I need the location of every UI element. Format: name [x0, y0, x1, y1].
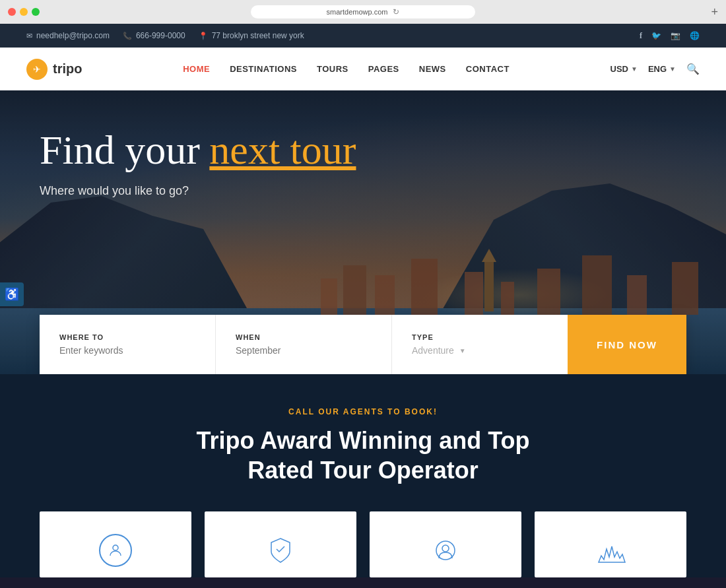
url-text: smartdemowp.com [327, 8, 388, 16]
svg-marker-3 [599, 546, 625, 562]
maximize-button[interactable] [32, 8, 40, 16]
feature-card-4 [535, 511, 686, 577]
where-to-input[interactable] [59, 345, 195, 356]
nav-destinations[interactable]: DESTINATIONS [230, 64, 297, 74]
address-info: 📍 77 broklyn street new york [199, 31, 304, 40]
type-field: TYPE Adventure ▼ [392, 315, 568, 374]
currency-chevron: ▼ [631, 65, 638, 73]
accessibility-icon: ♿ [5, 287, 19, 302]
card-icon-2 [264, 534, 297, 567]
location-icon: 📍 [199, 32, 208, 40]
hero-subtitle: Where would you like to go? [40, 184, 356, 198]
where-to-field: WHERE TO [40, 315, 216, 374]
nav-home[interactable]: HOME [183, 64, 210, 74]
website-content: ✉ needhelp@tripo.com 📞 666-999-0000 📍 77… [0, 24, 726, 588]
feature-cards [26, 511, 700, 577]
nav-right-controls: USD ▼ ENG ▼ 🔍 [610, 63, 700, 75]
card-icon-1 [99, 534, 132, 567]
search-bar: WHERE TO WHEN TYPE Adventure ▼ FIND NOW [40, 315, 686, 374]
email-info: ✉ needhelp@tripo.com [26, 31, 110, 40]
nav-news[interactable]: NEWS [419, 64, 446, 74]
top-bar-left: ✉ needhelp@tripo.com 📞 666-999-0000 📍 77… [26, 31, 304, 40]
type-dropdown[interactable]: Adventure ▼ [412, 345, 548, 356]
logo[interactable]: ✈ tripo [26, 59, 82, 80]
hero-title: Find your next tour [40, 127, 356, 174]
facebook-icon[interactable]: f [640, 31, 642, 41]
globe-icon[interactable]: 🌐 [690, 31, 700, 40]
hero-content: Find your next tour Where would you like… [40, 127, 356, 198]
email-icon: ✉ [26, 32, 32, 40]
nav-tours[interactable]: TOURS [317, 64, 348, 74]
close-button[interactable] [8, 8, 16, 16]
hero-section: Find your next tour Where would you like… [0, 90, 726, 374]
when-label: WHEN [236, 333, 372, 341]
new-tab-button[interactable]: + [711, 5, 718, 19]
nav-pages[interactable]: PAGES [368, 64, 399, 74]
accessibility-widget[interactable]: ♿ [0, 282, 24, 306]
browser-chrome: smartdemowp.com ↻ + [0, 0, 726, 24]
currency-label: USD [610, 64, 628, 74]
search-icon[interactable]: 🔍 [686, 63, 700, 75]
twitter-icon[interactable]: 🐦 [651, 31, 661, 40]
type-chevron: ▼ [459, 347, 466, 354]
phone-icon: 📞 [123, 32, 132, 40]
type-label: TYPE [412, 333, 548, 341]
social-links: f 🐦 📷 🌐 [640, 31, 700, 41]
phone-info: 📞 666-999-0000 [123, 31, 185, 40]
instagram-icon[interactable]: 📷 [671, 31, 680, 40]
minimize-button[interactable] [20, 8, 28, 16]
hero-title-part1: Find your [40, 127, 200, 172]
logo-icon: ✈ [26, 59, 48, 80]
type-value: Adventure [412, 345, 454, 356]
feature-card-2 [205, 511, 356, 577]
currency-selector[interactable]: USD ▼ [610, 64, 638, 74]
section-title: Tripo Award Winning and Top Rated Tour O… [172, 426, 554, 485]
feature-card-1 [40, 511, 191, 577]
language-chevron: ▼ [669, 65, 676, 73]
svg-point-2 [442, 545, 449, 552]
phone-text: 666-999-0000 [136, 31, 185, 40]
svg-point-0 [113, 545, 118, 550]
card-icon-4 [591, 540, 630, 567]
main-navigation: ✈ tripo HOME DESTINATIONS TOURS PAGES NE… [0, 48, 726, 90]
find-now-label: FIND NOW [597, 339, 657, 350]
below-hero-section: CALL OUR AGENTS TO BOOK! Tripo Award Win… [0, 374, 726, 577]
where-to-label: WHERE TO [59, 333, 195, 341]
traffic-lights [8, 8, 40, 16]
address-bar[interactable]: smartdemowp.com ↻ [251, 5, 475, 18]
email-text: needhelp@tripo.com [36, 31, 110, 40]
address-text: 77 broklyn street new york [212, 31, 304, 40]
language-label: ENG [648, 64, 667, 74]
top-bar: ✉ needhelp@tripo.com 📞 666-999-0000 📍 77… [0, 24, 726, 48]
when-input[interactable] [236, 345, 372, 356]
card-icon-3 [429, 534, 462, 567]
find-now-button[interactable]: FIND NOW [568, 315, 686, 374]
language-selector[interactable]: ENG ▼ [648, 64, 676, 74]
hero-title-part2: next tour [209, 127, 356, 172]
refresh-icon[interactable]: ↻ [393, 7, 399, 16]
logo-text: tripo [53, 61, 82, 77]
when-field: WHEN [216, 315, 392, 374]
nav-contact[interactable]: CONTACT [466, 64, 510, 74]
nav-links: HOME DESTINATIONS TOURS PAGES NEWS CONTA… [183, 64, 510, 74]
feature-card-3 [370, 511, 521, 577]
section-tag: CALL OUR AGENTS TO BOOK! [26, 407, 700, 416]
